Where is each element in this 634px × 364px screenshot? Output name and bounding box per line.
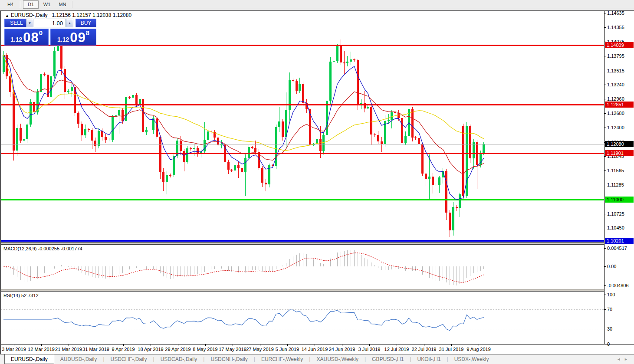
rsi-axis-label: 30: [607, 326, 612, 331]
toolbar-separator: [20, 1, 21, 8]
x-axis-tick: [123, 344, 124, 346]
price-line-badge: 1.11000: [605, 197, 634, 203]
y-axis-label: 1.14635: [607, 10, 624, 16]
timeframe-button-w1[interactable]: W1: [39, 1, 54, 8]
ask-price-box[interactable]: 1.12 09 8: [50, 29, 96, 46]
rsi-axis-tick: [604, 295, 606, 295]
price-axis[interactable]: 1.146351.143551.140751.137951.135151.132…: [604, 11, 634, 344]
chart-title: ▲EURUSD-,Daily1.12156 1.12157 1.12038 1.…: [5, 12, 131, 18]
y-axis-label: 1.13515: [607, 68, 624, 73]
y-axis-label: 1.10450: [607, 225, 624, 230]
x-axis-label: 12 Jul 2019: [384, 347, 409, 352]
y-axis-label: 1.12680: [607, 111, 624, 116]
chart-tab-usdchf[interactable]: USDCHF-,Daily: [105, 354, 153, 364]
x-axis-tick: [96, 344, 96, 346]
ask-price-big: 09: [70, 31, 85, 44]
y-axis-tick: [604, 228, 606, 228]
chart-tab-audusd[interactable]: AUDUSD-,Daily: [54, 354, 103, 364]
x-axis-tick: [342, 344, 342, 346]
x-axis-label: 14 Jun 2019: [302, 347, 328, 352]
y-axis-tick: [604, 56, 606, 56]
x-axis-label: 5 Jun 2019: [276, 347, 299, 352]
x-axis-tick: [287, 344, 288, 346]
sell-button[interactable]: SELL: [4, 19, 29, 27]
y-axis-tick: [604, 128, 606, 128]
tab-scroll-left-icon[interactable]: ◄: [617, 357, 621, 361]
price-line-badge: 1.14009: [605, 42, 634, 48]
macd-axis-tick: [604, 285, 606, 286]
volume-decrease-button[interactable]: ▼: [26, 19, 33, 27]
x-axis-label: 27 May 2019: [246, 347, 274, 352]
chart-tab-bar: EURUSD-,DailyAUDUSD-,Daily|USDCHF-,Daily…: [0, 354, 634, 364]
x-axis-tick: [178, 344, 178, 346]
rsi-axis-label: 70: [607, 307, 612, 312]
x-axis-tick: [14, 344, 14, 346]
timeframe-toolbar: H4D1W1MN: [0, 0, 634, 9]
y-axis-tick: [604, 99, 606, 99]
y-axis-label: 1.12960: [607, 96, 624, 102]
x-axis-label: 21 Mar 2019: [55, 347, 82, 352]
chart-symbol-label: EURUSD-,Daily: [11, 12, 48, 18]
macd-pane: MACD(12,26,9) -0.000255 -0.001774: [1, 245, 604, 289]
current-price-badge: 1.12080: [605, 141, 634, 147]
chart-tab-ukoil[interactable]: UKOil-,H1: [411, 354, 447, 364]
timeframe-button-d1[interactable]: D1: [23, 0, 39, 9]
symbol-marker-icon: ▲: [5, 13, 9, 18]
toolbar-separator: [72, 1, 73, 8]
timeframe-button-mn[interactable]: MN: [55, 1, 70, 8]
macd-chart-canvas[interactable]: [1, 245, 604, 289]
volume-input[interactable]: [34, 19, 66, 27]
chart-tab-usdcnh[interactable]: USDCNH-,Daily: [204, 354, 253, 364]
volume-increase-button[interactable]: ▲: [66, 19, 73, 27]
x-axis-tick: [315, 344, 315, 346]
y-axis-tick: [604, 214, 606, 214]
x-axis-label: 31 Mar 2019: [82, 347, 109, 352]
metatrader-window: { "toolbar": { "timeframes": ["H4", "D1"…: [0, 0, 634, 364]
buy-button[interactable]: BUY: [76, 19, 96, 27]
rsi-label: RSI(14) 52.7312: [3, 293, 39, 298]
one-click-trading-panel: SELL ▼ ▲ BUY 1.12 08 0 1.12 09 8: [4, 19, 96, 46]
y-axis-label: 1.10725: [607, 211, 624, 216]
x-axis-label: 9 Aug 2019: [466, 347, 491, 352]
x-axis-label: 18 Apr 2019: [138, 347, 163, 352]
x-axis-tick: [424, 344, 424, 346]
timeframe-button-h4[interactable]: H4: [3, 1, 18, 8]
x-axis-label: 29 Apr 2019: [165, 347, 191, 352]
x-axis-label: 24 Jun 2019: [329, 347, 355, 352]
chart-tab-xauusd[interactable]: XAUUSD-,Weekly: [310, 354, 364, 364]
chart-tab-usdx[interactable]: USDX-,Weekly: [448, 354, 495, 364]
macd-axis-tick: [604, 248, 606, 249]
price-line-badge: 1.12851: [605, 102, 634, 108]
x-axis-label: 9 Apr 2019: [112, 347, 135, 352]
rsi-chart-canvas[interactable]: [1, 292, 604, 344]
y-axis-tick: [604, 27, 606, 28]
bid-price-big: 08: [23, 31, 39, 44]
chart-tab-eurchf[interactable]: EURCHF-,Weekly: [255, 354, 309, 364]
rsi-axis-tick: [604, 309, 606, 310]
y-axis-label: 1.13795: [607, 53, 624, 59]
y-axis-label: 1.11565: [607, 168, 624, 173]
date-axis[interactable]: 3 Mar 201912 Mar 201921 Mar 201931 Mar 2…: [1, 344, 634, 354]
chart-tab-eurusd[interactable]: EURUSD-,Daily: [4, 354, 54, 364]
chart-tab-gbpusd[interactable]: GBPUSD-,H1: [366, 354, 410, 364]
price-pane: ▲EURUSD-,Daily1.12156 1.12157 1.12038 1.…: [1, 11, 604, 242]
chart-window: ▲EURUSD-,Daily1.12156 1.12157 1.12038 1.…: [0, 10, 634, 354]
x-axis-tick: [479, 344, 479, 346]
x-axis-tick: [69, 344, 69, 346]
ask-price-sup: 8: [86, 30, 89, 36]
ask-price-small: 1.12: [57, 35, 69, 44]
x-axis-label: 17 May 2019: [219, 347, 246, 352]
macd-label: MACD(12,26,9) -0.000255 -0.001774: [3, 246, 82, 251]
y-axis-tick: [604, 113, 606, 114]
macd-axis-tick: [604, 266, 606, 267]
macd-axis-label: 0.00: [607, 264, 616, 269]
rsi-axis-label: 100: [607, 292, 615, 297]
bid-price-small: 1.12: [10, 35, 22, 44]
macd-axis-label: -0.004806: [607, 283, 629, 288]
y-axis-tick: [604, 13, 606, 13]
y-axis-tick: [604, 171, 606, 171]
tab-scroll-right-icon[interactable]: ►: [624, 357, 628, 361]
chart-tab-usdcad[interactable]: USDCAD-,Daily: [154, 354, 204, 364]
macd-axis-label: 0.004517: [607, 246, 627, 251]
bid-price-box[interactable]: 1.12 08 0: [4, 29, 49, 46]
